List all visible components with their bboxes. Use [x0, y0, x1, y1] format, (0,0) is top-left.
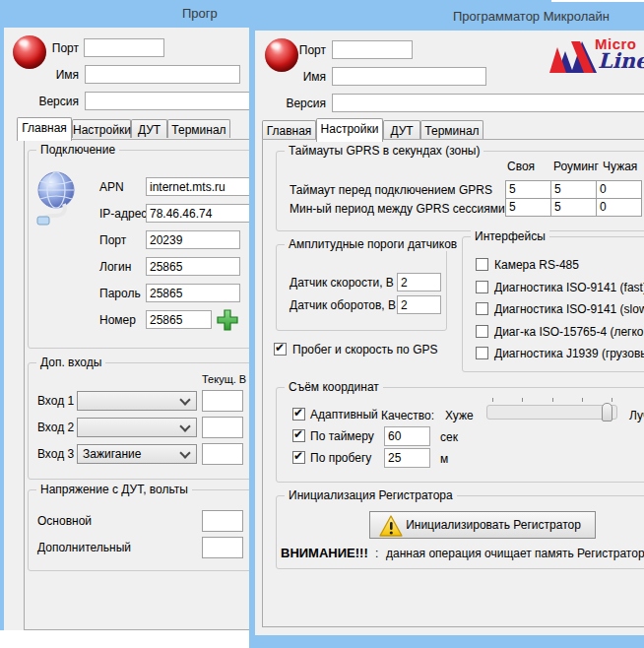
- version-input[interactable]: [332, 94, 644, 112]
- aux-inputs-group-title: Доп. входы: [36, 356, 105, 369]
- camera-rs485-checkbox[interactable]: [476, 258, 488, 271]
- input1-select[interactable]: [77, 391, 197, 411]
- tab-nastroyki[interactable]: Настройки: [72, 119, 131, 138]
- port-input[interactable]: [84, 38, 164, 57]
- tab-terminal[interactable]: Терминал: [167, 119, 230, 138]
- main-voltage-box[interactable]: [202, 510, 243, 532]
- chevron-down-icon: [179, 447, 190, 458]
- speed-sensor-label: Датчик скорости, В: [290, 276, 394, 290]
- adaptive-checkbox[interactable]: [292, 408, 305, 421]
- gps-mileage-label: Пробег и скорость по GPS: [292, 343, 437, 356]
- col-roaming: Роуминг: [553, 160, 599, 173]
- input1-label: Вход 1: [37, 394, 74, 408]
- warning-text: данная операция очищает память Регистрат…: [386, 547, 644, 560]
- apn-label: APN: [99, 180, 124, 194]
- version-label: Версия: [263, 97, 326, 110]
- j1939-checkbox[interactable]: [476, 347, 488, 359]
- add-number-button[interactable]: [216, 308, 239, 332]
- port-label: Порт: [263, 43, 326, 57]
- better-label: Лучше: [629, 409, 644, 422]
- iso9141-fast-checkbox[interactable]: [476, 281, 488, 293]
- iso9141-fast-label: Диагностика ISO-9141 (fast): [494, 281, 644, 294]
- gprs-row2-label: Мин-ый период между GPRS сессиями: [290, 202, 505, 216]
- worse-label: Хуже: [445, 409, 474, 422]
- tab-terminal[interactable]: Терминал: [420, 120, 483, 139]
- iso9141-slow-label: Диагностика ISO-9141 (slow): [494, 302, 644, 316]
- main-voltage-label: Основной: [37, 514, 92, 528]
- tab-glavnaya[interactable]: Главная: [17, 117, 72, 141]
- login-label: Логин: [99, 260, 131, 274]
- extra-voltage-box[interactable]: [202, 537, 243, 558]
- speed-sensor-input[interactable]: [397, 273, 441, 292]
- iso9141-slow-checkbox[interactable]: [476, 302, 488, 315]
- timer-seconds-input[interactable]: [384, 426, 430, 446]
- name-label: Имя: [14, 68, 79, 82]
- gprs-row1-label: Таймаут перед подключением GPRS: [290, 183, 492, 197]
- input2-select[interactable]: [77, 418, 197, 437]
- quality-label: Качество:: [381, 409, 434, 422]
- gprs-cell[interactable]: 5: [550, 198, 597, 217]
- rpm-sensor-label: Датчик оборотов, В: [290, 298, 396, 312]
- gprs-cell[interactable]: 5: [505, 180, 551, 199]
- login-input[interactable]: [146, 257, 240, 276]
- adaptive-label: Адаптивный: [310, 408, 378, 421]
- timer-unit-label: сек: [440, 430, 458, 444]
- init-registrator-button[interactable]: Инициализировать Регистратор: [369, 511, 596, 539]
- gps-mileage-checkbox[interactable]: [274, 343, 287, 356]
- by-timer-label: По таймеру: [310, 429, 374, 443]
- input2-label: Вход 2: [37, 421, 74, 434]
- number-input[interactable]: [146, 310, 212, 329]
- tab-dut[interactable]: ДУТ: [383, 120, 420, 139]
- by-mileage-label: По пробегу: [310, 451, 371, 465]
- number-label: Номер: [99, 313, 136, 327]
- current-volts-header: Текущ. В: [202, 373, 246, 385]
- input3-current-box[interactable]: [202, 443, 243, 465]
- right-window-title: Программатор Микролайн: [453, 9, 610, 24]
- globe-network-icon: [34, 170, 78, 226]
- port-label: Порт: [14, 41, 79, 55]
- input2-current-box[interactable]: [202, 417, 243, 438]
- tab-nastroyki[interactable]: Настройки: [316, 118, 383, 142]
- right-window-titlebar[interactable]: Программатор Микролайн: [249, 2, 644, 31]
- name-input[interactable]: [332, 67, 486, 86]
- tab-dut[interactable]: ДУТ: [131, 119, 167, 138]
- logo-line-text: Line: [598, 48, 644, 73]
- password-input[interactable]: [146, 284, 240, 302]
- left-window-title: Прогр: [182, 6, 218, 21]
- by-timer-checkbox[interactable]: [292, 429, 305, 442]
- right-window: Программатор Микролайн Порт Имя Версия M…: [249, 2, 644, 648]
- rpm-sensor-input[interactable]: [397, 295, 441, 314]
- microline-logo-icon: [547, 35, 599, 75]
- input3-select[interactable]: Зажигание: [77, 444, 197, 464]
- mileage-meters-input[interactable]: [384, 448, 430, 468]
- gprs-timeouts-group-title: Таймауты GPRS в секундах (зоны): [285, 144, 483, 158]
- quality-slider-track[interactable]: [486, 405, 617, 420]
- input1-current-box[interactable]: [202, 390, 243, 412]
- gprs-cell[interactable]: 0: [596, 198, 642, 217]
- interfaces-group-title: Интерфейсы: [471, 229, 549, 243]
- tab-glavnaya[interactable]: Главная: [262, 120, 316, 139]
- chevron-down-icon: [179, 421, 190, 431]
- gprs-cell[interactable]: 5: [550, 180, 597, 199]
- warning-icon: [379, 515, 403, 537]
- name-input[interactable]: [85, 65, 240, 84]
- init-registrator-button-label: Инициализировать Регистратор: [384, 518, 581, 532]
- chevron-down-icon: [179, 394, 190, 405]
- warning-separator: :: [375, 547, 378, 560]
- version-label: Версия: [14, 95, 79, 108]
- name-label: Имя: [263, 70, 326, 84]
- by-mileage-checkbox[interactable]: [292, 451, 305, 464]
- port-input[interactable]: [332, 40, 413, 59]
- ip-label: IP-адрес: [99, 207, 147, 221]
- camera-rs485-label: Камера RS-485: [494, 258, 579, 272]
- input3-select-value: Зажигание: [83, 447, 141, 461]
- gprs-cell[interactable]: 0: [596, 180, 642, 199]
- gprs-port-input[interactable]: [146, 230, 240, 249]
- iso15765-checkbox[interactable]: [476, 325, 488, 338]
- fuel-voltage-group-title: Напряжение с ДУТ, вольты: [36, 483, 192, 496]
- gprs-cell[interactable]: 5: [505, 198, 551, 217]
- quality-slider-thumb[interactable]: [602, 403, 612, 421]
- iso15765-label: Диаг-ка ISO-15765-4 (легковые): [494, 325, 644, 339]
- init-group-title: Инициализация Регистратора: [285, 488, 457, 502]
- password-label: Пароль: [99, 287, 141, 300]
